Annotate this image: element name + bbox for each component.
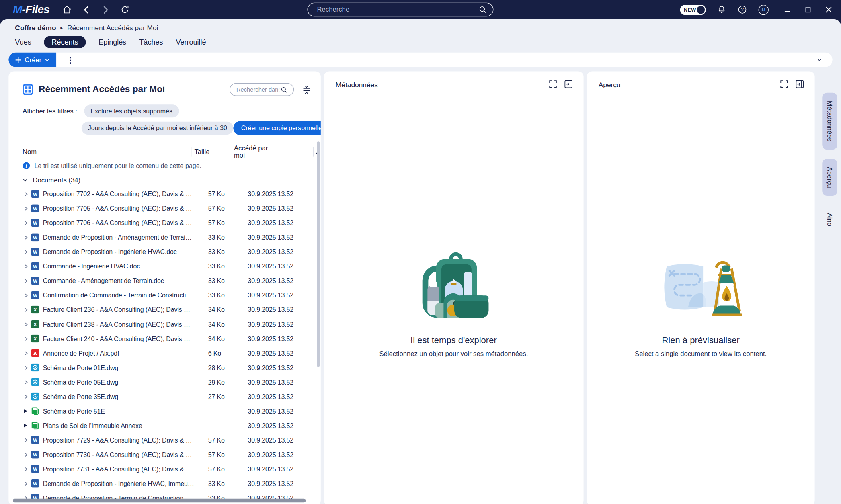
tab-tâches[interactable]: Tâches: [139, 36, 163, 48]
create-button[interactable]: Créer: [8, 53, 56, 67]
tab-récents[interactable]: Récents: [44, 36, 86, 48]
expand-chevron-icon[interactable]: [23, 205, 31, 211]
document-row[interactable]: WCommande - Aménagement de Terrain.doc33…: [8, 273, 320, 288]
expand-chevron-icon[interactable]: [23, 306, 31, 313]
listing-search-input[interactable]: [235, 86, 280, 93]
more-options-icon[interactable]: ⋮: [67, 56, 74, 64]
search-icon[interactable]: [280, 86, 287, 93]
tab-verrouillé[interactable]: Verrouillé: [176, 36, 206, 48]
rail-tab-aperçu[interactable]: Aperçu: [822, 159, 837, 196]
dock-panel-icon[interactable]: [564, 80, 572, 88]
document-row[interactable]: WProposition 7731 - A&A Consulting (AEC)…: [8, 462, 320, 476]
tab-epinglés[interactable]: Epinglés: [98, 36, 126, 48]
expand-chevron-icon[interactable]: [23, 277, 31, 284]
document-row[interactable]: XFacture Client 238 - A&A Consulting (AE…: [8, 317, 320, 332]
svg-text:W: W: [33, 192, 37, 197]
search-icon[interactable]: [478, 5, 487, 14]
preview-panel: Aperçu: [587, 71, 814, 504]
expand-triangle-icon[interactable]: [23, 422, 31, 428]
notifications-bell-icon[interactable]: [717, 5, 726, 14]
expand-chevron-icon[interactable]: [23, 480, 31, 487]
column-header-name[interactable]: Nom: [8, 148, 191, 156]
group-collapse-icon[interactable]: [302, 85, 311, 94]
expand-chevron-icon[interactable]: [23, 451, 31, 458]
expand-chevron-icon[interactable]: [23, 336, 31, 342]
user-avatar[interactable]: LI: [759, 4, 769, 14]
document-row[interactable]: WDemande de Proposition - Ingénierie HVA…: [8, 244, 320, 259]
filter-chip-days-accessed[interactable]: Jours depuis le Accédé par moi est infér…: [82, 122, 234, 135]
document-row[interactable]: WProposition 7705 - A&A Consulting (AEC)…: [8, 201, 320, 215]
document-name-cell: WDemande de Proposition - Ingénierie HVA…: [8, 479, 194, 488]
horizontal-scrollbar[interactable]: [13, 499, 306, 502]
document-row[interactable]: Schéma de Porte 05E.dwg29 Ko30.9.2025 13…: [8, 375, 320, 389]
expand-chevron-icon[interactable]: [23, 379, 31, 385]
expand-fullscreen-icon[interactable]: [780, 80, 788, 88]
plus-icon: [15, 57, 21, 63]
document-row[interactable]: Schéma de Porte 01E.dwg28 Ko30.9.2025 13…: [8, 361, 320, 375]
global-search-input[interactable]: [316, 5, 478, 14]
document-row[interactable]: Plans de Sol de l'Immeuble Annexe30.9.20…: [8, 418, 320, 433]
document-row[interactable]: XFacture Client 240 - A&A Consulting (AE…: [8, 332, 320, 346]
expand-fullscreen-icon[interactable]: [549, 80, 557, 88]
help-icon[interactable]: ?: [738, 5, 747, 14]
document-row[interactable]: WConfirmation de Commande - Terrain de C…: [8, 288, 320, 302]
document-row[interactable]: WDemande de Proposition - Ingénierie HVA…: [8, 476, 320, 491]
expand-chevron-icon[interactable]: [23, 321, 31, 328]
column-header-accessed[interactable]: Accédé par moi: [230, 144, 321, 159]
document-size: 33 Ko: [194, 479, 248, 487]
document-row[interactable]: WProposition 7702 - A&A Consulting (AEC)…: [8, 186, 320, 201]
svg-text:W: W: [33, 221, 37, 225]
document-row[interactable]: WProposition 7730 - A&A Consulting (AEC)…: [8, 447, 320, 462]
document-row[interactable]: WProposition 7706 - A&A Consulting (AEC)…: [8, 215, 320, 230]
expand-chevron-icon[interactable]: [23, 248, 31, 255]
document-row[interactable]: XFacture Client 236 - A&A Consulting (AE…: [8, 302, 320, 317]
back-icon[interactable]: [83, 5, 91, 14]
expand-chevron-icon[interactable]: [23, 191, 31, 197]
home-icon[interactable]: [62, 5, 72, 14]
document-row[interactable]: Schéma de Porte 51E30.9.2025 13.52: [8, 404, 320, 418]
preview-empty-subtitle: Select a single document to view its con…: [587, 350, 814, 358]
expand-triangle-icon[interactable]: [23, 408, 31, 414]
preview-empty-state: Rien à prévisualiser Select a single doc…: [587, 252, 814, 358]
expand-chevron-icon[interactable]: [23, 393, 31, 400]
expand-chevron-icon[interactable]: [23, 219, 31, 226]
document-row[interactable]: Schéma de Porte 35E.dwg27 Ko30.9.2025 13…: [8, 389, 320, 404]
content-area: Coffre démo ▸ Récemment Accédés par Moi …: [0, 19, 841, 504]
breadcrumb-vault[interactable]: Coffre démo: [15, 24, 56, 32]
minimize-icon[interactable]: [784, 6, 791, 13]
document-row[interactable]: WDemande de Proposition - Aménagement de…: [8, 230, 320, 244]
rail-tab-aino[interactable]: Aino: [822, 205, 837, 234]
new-ui-toggle[interactable]: NEW: [680, 4, 706, 14]
create-personal-copy-button[interactable]: Créer une copie personnelle: [234, 121, 320, 135]
expand-chevron-icon[interactable]: [23, 292, 31, 298]
tab-vues[interactable]: Vues: [15, 36, 31, 48]
close-icon[interactable]: [825, 6, 832, 13]
expand-chevron-icon[interactable]: [23, 466, 31, 472]
column-header-size[interactable]: Taille: [192, 148, 230, 156]
expand-chevron-icon[interactable]: [23, 437, 31, 443]
rail-tab-métadonnées[interactable]: Métadonnées: [822, 93, 837, 150]
document-row[interactable]: WProposition 7729 - A&A Consulting (AEC)…: [8, 433, 320, 447]
dock-panel-icon[interactable]: [796, 80, 804, 88]
expand-chevron-icon[interactable]: [23, 263, 31, 269]
expand-chevron-icon[interactable]: [23, 234, 31, 240]
maximize-icon[interactable]: [805, 7, 811, 13]
document-row[interactable]: WCommande - Ingénierie HVAC.doc33 Ko30.9…: [8, 259, 320, 273]
backpack-illustration: [413, 252, 494, 321]
toolbar-collapse-chevron-icon[interactable]: [816, 57, 823, 62]
document-name-cell: WProposition 7730 - A&A Consulting (AEC)…: [8, 451, 194, 459]
document-row[interactable]: Annonce de Projet / Aix.pdf6 Ko30.9.2025…: [8, 346, 320, 361]
refresh-icon[interactable]: [120, 5, 130, 14]
create-button-label: Créer: [25, 56, 41, 64]
breadcrumb-current: Récemment Accédés par Moi: [67, 24, 158, 32]
document-size: 33 Ko: [194, 291, 248, 299]
filter-chip-exclude-deleted[interactable]: Exclure les objets supprimés: [84, 104, 179, 117]
forward-icon[interactable]: [101, 5, 109, 14]
expand-chevron-icon[interactable]: [23, 365, 31, 371]
document-name: Facture Client 236 - A&A Consulting (AEC…: [43, 306, 194, 313]
document-name: Proposition 7729 - A&A Consulting (AEC);…: [43, 436, 194, 444]
document-name-cell: Annonce de Projet / Aix.pdf: [8, 349, 194, 357]
documents-group-row[interactable]: Documents (34): [23, 176, 320, 184]
expand-chevron-icon[interactable]: [23, 350, 31, 356]
vertical-scrollbar[interactable]: [317, 141, 320, 367]
